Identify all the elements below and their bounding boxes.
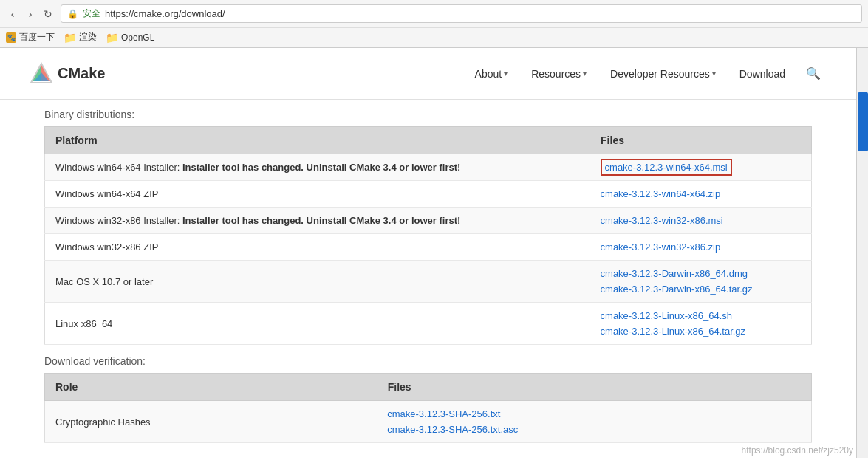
binary-distributions-title: Binary distributions: bbox=[44, 100, 812, 126]
page-content: Binary distributions: Platform Files Win… bbox=[0, 100, 856, 458]
role-col-header: Role bbox=[45, 374, 377, 401]
bookmark-opengl[interactable]: 📁 OpenGL bbox=[106, 32, 154, 44]
download-link-win32-zip[interactable]: cmake-3.12.3-win32-x86.zip bbox=[601, 241, 721, 253]
files-cell: cmake-3.12.3-win64-x64.msi bbox=[590, 154, 812, 181]
platform-prefix: Windows win64-x64 ZIP bbox=[55, 188, 158, 199]
search-button[interactable]: 🔍 bbox=[800, 61, 827, 86]
table-row: Cryptographic Hashes cmake-3.12.3-SHA-25… bbox=[45, 401, 812, 443]
download-link-win32-msi[interactable]: cmake-3.12.3-win32-x86.msi bbox=[601, 215, 723, 226]
refresh-button[interactable]: ↻ bbox=[41, 7, 55, 21]
secure-text: 安全 bbox=[83, 7, 100, 20]
logo-text: CMake bbox=[58, 65, 105, 82]
folder-icon-opengl: 📁 bbox=[106, 32, 118, 44]
platform-prefix: Windows win64-x64 Installer: bbox=[55, 162, 182, 173]
download-link-mac-dmg[interactable]: cmake-3.12.3-Darwin-x86_64.dmg bbox=[601, 268, 748, 279]
verify-files-cell: cmake-3.12.3-SHA-256.txt cmake-3.12.3-SH… bbox=[377, 401, 811, 443]
bookmarks-bar: 🐾 百度一下 📁 渲染 📁 OpenGL bbox=[0, 28, 868, 47]
table-row: Linux x86_64 cmake-3.12.3-Linux-x86_64.s… bbox=[45, 303, 812, 345]
baidu-icon: 🐾 bbox=[6, 32, 16, 43]
nav-download[interactable]: Download bbox=[731, 62, 794, 86]
site-header: CMake About ▾ Resources ▾ Developer Reso… bbox=[0, 48, 856, 100]
platform-cell: Windows win32-x86 Installer: Installer t… bbox=[45, 208, 590, 234]
role-label: Cryptographic Hashes bbox=[55, 416, 151, 428]
table-row: Windows win64-x64 ZIP cmake-3.12.3-win64… bbox=[45, 181, 812, 208]
browser-toolbar: ‹ › ↻ 🔒 安全 https://cmake.org/download/ bbox=[0, 0, 868, 28]
download-table: Platform Files Windows win64-x64 Install… bbox=[44, 126, 812, 345]
chevron-about: ▾ bbox=[504, 69, 508, 78]
url-text: https://cmake.org/download/ bbox=[105, 8, 225, 19]
platform-prefix: Windows win32-x86 ZIP bbox=[55, 241, 158, 253]
bookmark-render[interactable]: 📁 渲染 bbox=[64, 31, 97, 44]
download-verification-title: Download verification: bbox=[44, 345, 812, 373]
platform-bold: Installer tool has changed. Uninstall CM… bbox=[182, 215, 460, 226]
platform-prefix: Linux x86_64 bbox=[55, 318, 112, 329]
browser-nav-icons: ‹ › ↻ bbox=[6, 7, 55, 21]
files-cell: cmake-3.12.3-win32-x86.zip bbox=[590, 234, 812, 261]
bookmark-opengl-label: OpenGL bbox=[121, 32, 154, 43]
nav-developer-resources-label: Developer Resources bbox=[610, 68, 710, 80]
download-link-mac-tar[interactable]: cmake-3.12.3-Darwin-x86_64.tar.gz bbox=[601, 284, 753, 295]
address-bar[interactable]: 🔒 安全 https://cmake.org/download/ bbox=[61, 4, 862, 23]
table-row: Windows win32-x86 ZIP cmake-3.12.3-win32… bbox=[45, 234, 812, 261]
platform-cell: Windows win64-x64 Installer: Installer t… bbox=[45, 154, 590, 181]
platform-prefix: Windows win32-x86 Installer: bbox=[55, 215, 182, 226]
files-cell: cmake-3.12.3-Darwin-x86_64.dmg cmake-3.1… bbox=[590, 261, 812, 303]
lock-icon: 🔒 bbox=[67, 9, 78, 19]
nav-download-label: Download bbox=[739, 68, 785, 80]
download-link-linux-sh[interactable]: cmake-3.12.3-Linux-x86_64.sh bbox=[601, 310, 733, 321]
chevron-resources: ▾ bbox=[583, 69, 587, 78]
scrollbar-thumb[interactable] bbox=[858, 92, 868, 151]
nav-resources-label: Resources bbox=[531, 68, 581, 80]
verify-table: Role Files Cryptographic Hashes cmake-3.… bbox=[44, 373, 812, 443]
nav-about[interactable]: About ▾ bbox=[466, 62, 517, 86]
download-link-win64-zip[interactable]: cmake-3.12.3-win64-x64.zip bbox=[601, 188, 721, 199]
cmake-logo-svg bbox=[30, 62, 53, 86]
nav-menu: About ▾ Resources ▾ Developer Resources … bbox=[466, 61, 827, 86]
back-button[interactable]: ‹ bbox=[6, 7, 19, 21]
table-row: Mac OS X 10.7 or later cmake-3.12.3-Darw… bbox=[45, 261, 812, 303]
forward-button[interactable]: › bbox=[24, 7, 37, 21]
files-cell: cmake-3.12.3-win64-x64.zip bbox=[590, 181, 812, 208]
download-link-linux-tar[interactable]: cmake-3.12.3-Linux-x86_64.tar.gz bbox=[601, 326, 746, 337]
chevron-developer: ▾ bbox=[712, 69, 716, 78]
nav-resources[interactable]: Resources ▾ bbox=[522, 62, 595, 86]
platform-bold: Installer tool has changed. Uninstall CM… bbox=[182, 162, 460, 173]
platform-cell: Linux x86_64 bbox=[45, 303, 590, 345]
watermark: https://blog.csdn.net/zjz520y bbox=[742, 445, 853, 456]
nav-developer-resources[interactable]: Developer Resources ▾ bbox=[601, 62, 725, 86]
bookmark-baidu-label: 百度一下 bbox=[19, 31, 55, 44]
verify-files-col-header: Files bbox=[377, 374, 811, 401]
bookmark-render-label: 渲染 bbox=[79, 31, 97, 44]
table-row: Windows win64-x64 Installer: Installer t… bbox=[45, 154, 812, 181]
download-link-win64-msi[interactable]: cmake-3.12.3-win64-x64.msi bbox=[601, 159, 732, 176]
role-cell: Cryptographic Hashes bbox=[45, 401, 377, 443]
verify-link-sha256-asc[interactable]: cmake-3.12.3-SHA-256.txt.asc bbox=[387, 424, 518, 435]
files-cell: cmake-3.12.3-win32-x86.msi bbox=[590, 208, 812, 234]
cmake-logo[interactable]: CMake bbox=[30, 62, 105, 86]
folder-icon-render: 📁 bbox=[64, 32, 76, 44]
platform-cell: Mac OS X 10.7 or later bbox=[45, 261, 590, 303]
scrollbar[interactable] bbox=[856, 48, 868, 458]
files-cell: cmake-3.12.3-Linux-x86_64.sh cmake-3.12.… bbox=[590, 303, 812, 345]
nav-about-label: About bbox=[475, 68, 502, 80]
files-col-header: Files bbox=[590, 127, 812, 154]
platform-cell: Windows win64-x64 ZIP bbox=[45, 181, 590, 208]
platform-prefix: Mac OS X 10.7 or later bbox=[55, 276, 153, 287]
platform-cell: Windows win32-x86 ZIP bbox=[45, 234, 590, 261]
bookmark-baidu[interactable]: 🐾 百度一下 bbox=[6, 31, 55, 44]
verify-link-sha256[interactable]: cmake-3.12.3-SHA-256.txt bbox=[387, 408, 500, 419]
platform-col-header: Platform bbox=[45, 127, 590, 154]
table-row: Windows win32-x86 Installer: Installer t… bbox=[45, 208, 812, 234]
